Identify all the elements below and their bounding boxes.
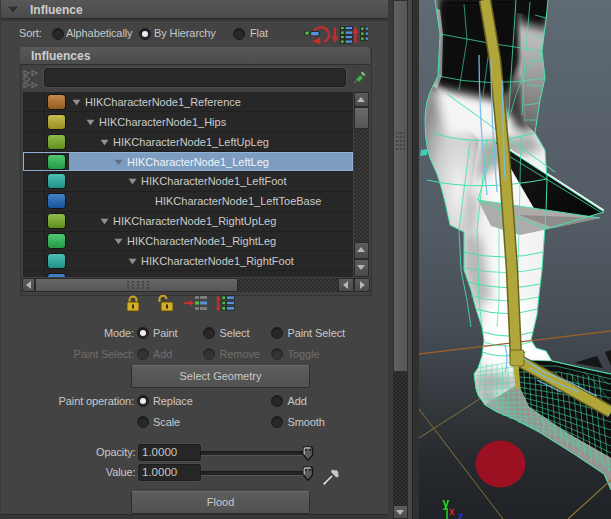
svg-text:x: x bbox=[449, 506, 455, 517]
svg-text:z: z bbox=[458, 510, 464, 519]
